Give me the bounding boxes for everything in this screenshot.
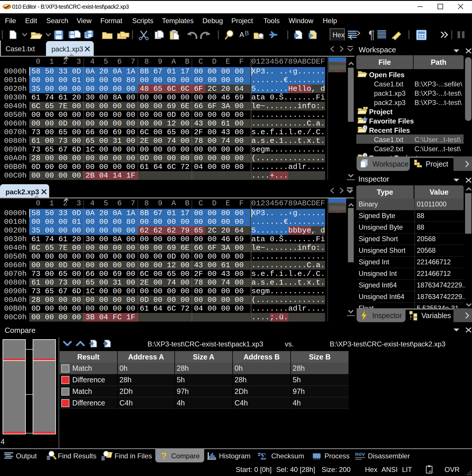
svg-text:A: A [239,31,244,38]
svg-text:B: B [245,29,249,37]
svg-text:mov: mov [355,451,365,457]
svg-text:¶: ¶ [368,28,375,41]
svg-text:Σ: Σ [260,451,266,462]
svg-text:?: ? [161,450,167,461]
